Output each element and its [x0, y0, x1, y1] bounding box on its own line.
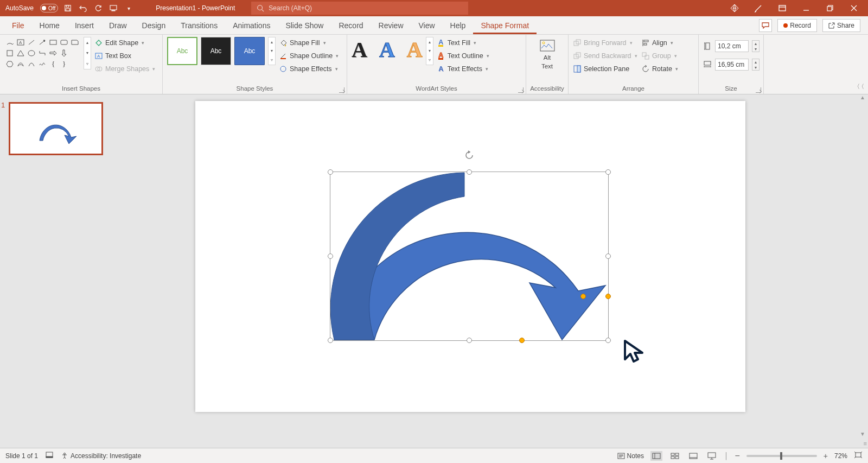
edit-shape-button[interactable]: Edit Shape▾ — [94, 37, 155, 49]
style-swatch-1[interactable]: Abc — [167, 37, 197, 65]
fit-to-window-button[interactable] — [854, 451, 863, 460]
resize-handle-ml[interactable] — [328, 253, 333, 259]
text-outline-button[interactable]: AText Outline▾ — [437, 50, 489, 62]
tab-transitions[interactable]: Transitions — [173, 16, 225, 34]
redo-icon[interactable] — [93, 3, 104, 14]
resize-handle-mr[interactable] — [605, 253, 611, 259]
notes-button[interactable]: Notes — [617, 452, 644, 460]
wordart-scroll[interactable]: ▴▾▿ — [426, 37, 433, 65]
autosave-toggle[interactable]: Off — [40, 4, 58, 12]
from-beginning-icon[interactable] — [108, 3, 119, 14]
resize-handle-bl[interactable] — [328, 338, 333, 343]
tab-slideshow[interactable]: Slide Show — [278, 16, 331, 34]
shape-rect-icon[interactable] — [48, 37, 59, 48]
tab-file[interactable]: File — [4, 16, 32, 34]
slide[interactable] — [195, 101, 745, 412]
ribbon-display-icon[interactable] — [777, 3, 788, 14]
shape-oval-icon[interactable] — [26, 48, 37, 59]
normal-view-button[interactable] — [650, 451, 662, 461]
slide-canvas[interactable]: ▲▼ ≡ — [130, 94, 868, 448]
text-fill-button[interactable]: AText Fill▾ — [437, 37, 489, 49]
diamond-icon[interactable] — [729, 3, 740, 14]
tab-design[interactable]: Design — [135, 16, 174, 34]
shapes-gallery[interactable]: A { } — [4, 37, 80, 69]
wordart-style-3[interactable]: A — [407, 37, 423, 62]
undo-icon[interactable] — [78, 3, 88, 14]
sorter-view-button[interactable] — [669, 451, 681, 461]
shape-effects-button[interactable]: Shape Effects▾ — [279, 63, 339, 75]
width-spinner[interactable]: ▴▾ — [752, 59, 760, 71]
shape-hex-icon[interactable] — [4, 59, 15, 69]
zoom-level[interactable]: 72% — [834, 452, 847, 460]
adjust-handle-1[interactable] — [519, 338, 525, 343]
rotate-button[interactable]: Rotate▾ — [641, 63, 685, 75]
wordart-style-1[interactable]: A — [352, 37, 367, 62]
shapes-gallery-scroll[interactable]: ▴▾▿ — [84, 37, 91, 69]
height-spinner[interactable]: ▴▾ — [752, 40, 760, 52]
shape-fill-button[interactable]: Shape Fill▾ — [279, 37, 339, 49]
wordart-style-2[interactable]: A — [379, 37, 395, 62]
adjust-handle-3[interactable] — [605, 294, 611, 299]
resize-handle-tm[interactable] — [467, 169, 472, 175]
tab-home[interactable]: Home — [32, 16, 67, 34]
wordart-gallery[interactable]: A A A — [352, 37, 423, 62]
shape-arc-icon[interactable] — [4, 37, 15, 48]
shape-roundrect-icon[interactable] — [59, 37, 69, 48]
selection-box[interactable] — [330, 172, 609, 341]
shape-styles-launcher[interactable] — [339, 87, 344, 93]
shape-arrowdown-icon[interactable] — [59, 48, 69, 59]
tab-view[interactable]: View — [411, 16, 443, 34]
style-swatch-2[interactable]: Abc — [201, 37, 231, 65]
splitter-icon[interactable]: ≡ — [864, 440, 867, 447]
shape-outline-button[interactable]: Shape Outline▾ — [279, 50, 339, 62]
zoom-slider[interactable] — [746, 455, 817, 457]
resize-handle-br[interactable] — [605, 338, 611, 343]
rotation-handle[interactable] — [464, 150, 475, 161]
save-icon[interactable] — [62, 3, 73, 14]
align-button[interactable]: Align▾ — [641, 37, 685, 49]
selection-pane-button[interactable]: Selection Pane — [573, 63, 638, 75]
accessibility-status[interactable]: Accessibility: Investigate — [61, 452, 141, 460]
style-swatch-3[interactable]: Abc — [234, 37, 265, 65]
tab-shape-format[interactable]: Shape Format — [473, 16, 537, 34]
qat-more-icon[interactable]: ▾ — [123, 3, 134, 14]
shape-curve-icon[interactable] — [26, 59, 37, 69]
shape-triangle-icon[interactable] — [15, 48, 26, 59]
slide-thumbnail-1[interactable] — [9, 102, 103, 155]
shape-connector-icon[interactable] — [37, 48, 48, 59]
shape-lbrace-icon[interactable]: { — [48, 59, 59, 69]
shape-rbrace-icon[interactable]: } — [59, 59, 69, 69]
tab-insert[interactable]: Insert — [67, 16, 101, 34]
text-box-button[interactable]: AText Box — [94, 50, 155, 62]
shape-arrowline-icon[interactable] — [37, 37, 48, 48]
pen-icon[interactable] — [753, 3, 764, 14]
reading-view-button[interactable] — [687, 451, 699, 461]
resize-handle-tr[interactable] — [605, 169, 611, 175]
shape-freeform-icon[interactable] — [15, 59, 26, 69]
text-effects-button[interactable]: AText Effects▾ — [437, 63, 489, 75]
wordart-launcher[interactable] — [518, 87, 524, 93]
search-input[interactable]: Search (Alt+Q) — [251, 2, 468, 15]
close-button[interactable] — [848, 3, 859, 14]
comments-button[interactable] — [759, 19, 772, 32]
shape-square-icon[interactable] — [4, 48, 15, 59]
size-launcher[interactable] — [756, 87, 761, 93]
adjust-handle-2[interactable] — [580, 294, 586, 299]
shape-snip-icon[interactable] — [69, 37, 80, 48]
tab-help[interactable]: Help — [443, 16, 474, 34]
shape-arrow-icon[interactable] — [48, 48, 59, 59]
zoom-out-button[interactable]: − — [735, 451, 739, 461]
alt-text-button[interactable]: Alt Text — [534, 37, 560, 69]
record-button[interactable]: Record — [777, 19, 817, 32]
vertical-scrollbar[interactable]: ▲▼ — [858, 94, 867, 448]
maximize-button[interactable] — [825, 3, 835, 14]
minimize-button[interactable] — [801, 3, 812, 14]
shape-scribble-icon[interactable] — [37, 59, 48, 69]
shape-styles-scroll[interactable]: ▴▾▿ — [268, 37, 276, 65]
shape-width-input[interactable]: 16,95 cm — [715, 59, 749, 71]
resize-handle-bm[interactable] — [467, 338, 472, 343]
tab-animations[interactable]: Animations — [225, 16, 278, 34]
slideshow-view-button[interactable] — [706, 451, 718, 461]
shape-textbox-icon[interactable]: A — [15, 37, 26, 48]
language-icon[interactable] — [46, 451, 53, 460]
